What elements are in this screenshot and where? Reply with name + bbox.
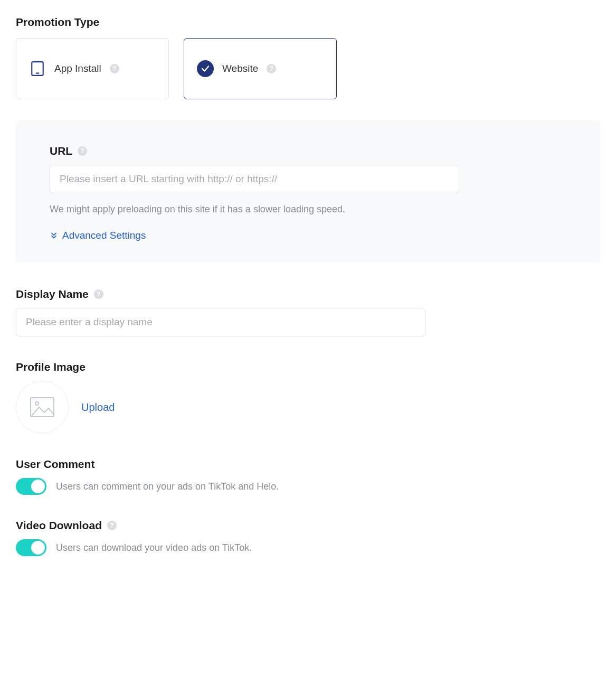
promotion-option-app-install-label: App Install: [54, 63, 101, 74]
promotion-option-app-install[interactable]: App Install ?: [16, 38, 169, 99]
promotion-type-text: Promotion Type: [16, 16, 99, 29]
promotion-option-website[interactable]: Website ?: [184, 38, 337, 99]
help-icon[interactable]: ?: [267, 64, 276, 73]
toggle-knob: [31, 480, 45, 493]
user-comment-caption: Users can comment on your ads on TikTok …: [56, 481, 279, 492]
profile-image-placeholder[interactable]: [16, 381, 69, 434]
upload-link[interactable]: Upload: [81, 401, 115, 414]
promotion-option-website-label: Website: [222, 63, 258, 74]
tablet-icon: [29, 60, 46, 77]
svg-point-3: [35, 402, 39, 405]
user-comment-label-text: User Comment: [16, 458, 94, 471]
display-name-label: Display Name ?: [16, 288, 600, 301]
display-name-label-text: Display Name: [16, 288, 89, 301]
display-name-section: Display Name ?: [16, 288, 600, 336]
display-name-input[interactable]: [16, 308, 425, 336]
advanced-settings-toggle[interactable]: Advanced Settings: [50, 230, 566, 241]
advanced-settings-label: Advanced Settings: [62, 230, 146, 241]
url-panel: URL ? We might apply preloading on this …: [16, 120, 600, 262]
url-input[interactable]: [50, 165, 459, 193]
video-download-toggle[interactable]: [16, 539, 46, 556]
url-label-text: URL: [50, 145, 72, 157]
image-icon: [30, 397, 55, 418]
check-circle-icon: [197, 60, 214, 77]
video-download-caption: Users can download your video ads on Tik…: [56, 542, 252, 553]
help-icon[interactable]: ?: [110, 64, 119, 73]
user-comment-section: User Comment Users can comment on your a…: [16, 458, 600, 495]
help-icon[interactable]: ?: [78, 146, 87, 156]
profile-image-label: Profile Image: [16, 361, 600, 373]
help-icon[interactable]: ?: [107, 521, 117, 530]
video-download-section: Video Download ? Users can download your…: [16, 519, 600, 556]
profile-image-section: Profile Image Upload: [16, 361, 600, 434]
svg-rect-2: [31, 398, 54, 417]
promotion-type-options: App Install ? Website ?: [16, 38, 600, 99]
user-comment-label: User Comment: [16, 458, 600, 471]
url-helper-text: We might apply preloading on this site i…: [50, 204, 566, 215]
help-icon[interactable]: ?: [94, 289, 103, 299]
toggle-knob: [31, 541, 45, 555]
promotion-type-label: Promotion Type: [16, 16, 600, 29]
video-download-label: Video Download ?: [16, 519, 600, 532]
chevron-double-down-icon: [50, 231, 58, 240]
video-download-label-text: Video Download: [16, 519, 102, 532]
profile-image-label-text: Profile Image: [16, 361, 86, 373]
user-comment-toggle[interactable]: [16, 478, 46, 495]
url-label: URL ?: [50, 145, 566, 157]
